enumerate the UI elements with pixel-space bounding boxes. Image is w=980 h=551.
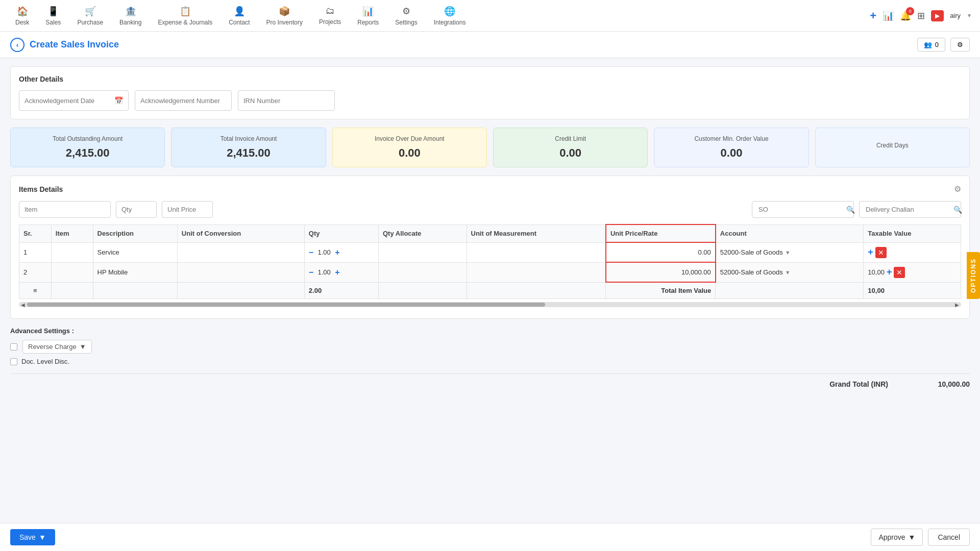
row-1-unit-measurement[interactable] [467, 242, 606, 262]
doc-level-disc-checkbox[interactable] [10, 358, 17, 365]
qty-input[interactable] [116, 201, 157, 218]
row-1-qty-plus[interactable]: + [335, 248, 339, 257]
nav-item-reports[interactable]: 📊 Reports [350, 3, 386, 29]
irn-number-input[interactable] [243, 97, 329, 105]
scroll-handle[interactable] [27, 303, 545, 307]
back-button[interactable]: ‹ [10, 38, 24, 52]
advanced-settings-title: Advanced Settings : [10, 327, 970, 335]
page-header: ‹ Create Sales Invoice 👥 0 ⚙ [0, 32, 980, 58]
nav-item-settings[interactable]: ⚙ Settings [388, 3, 424, 29]
scroll-arrow-right[interactable]: ▶ [953, 302, 961, 308]
users-count: 0 [935, 41, 939, 48]
items-section-header: Items Details ⚙ [19, 184, 961, 194]
calendar-icon[interactable]: 📅 [114, 96, 123, 105]
row-2-unit-price-rate[interactable]: 10,000.00 [606, 262, 716, 282]
col-header-account: Account [716, 224, 864, 242]
row-1-qty-allocate[interactable] [378, 242, 467, 262]
other-details-form: 📅 [19, 90, 961, 111]
row-1-unit-price-rate[interactable]: 0.00 [606, 242, 716, 262]
so-search-field[interactable]: 🔍 [752, 201, 854, 218]
add-button[interactable]: + [870, 9, 876, 22]
acknowledgement-number-field[interactable] [135, 90, 232, 111]
row-1-delete-button[interactable]: ✕ [875, 247, 887, 258]
row-2-qty-plus[interactable]: + [335, 268, 339, 277]
row-1-unit-conversion[interactable] [177, 242, 304, 262]
col-header-unit-measurement: Unit of Measurement [467, 224, 606, 242]
delivery-challan-search-icon[interactable]: 🔍 [953, 206, 962, 214]
purchase-icon: 🛒 [85, 6, 96, 17]
nav-item-expense[interactable]: 📋 Expense & Journals [151, 3, 219, 29]
row-2-unit-conversion[interactable] [177, 262, 304, 282]
row-1-item[interactable] [51, 242, 93, 262]
stat-card-invoice-overdue: Invoice Over Due Amount 0.00 [332, 128, 487, 167]
col-header-item: Item [51, 224, 93, 242]
row-1-taxable-value[interactable]: + ✕ [864, 242, 961, 262]
row-2-account-dropdown-icon[interactable]: ▼ [785, 269, 791, 276]
grid-icon-btn[interactable]: ⊞ [917, 10, 925, 21]
reverse-charge-dropdown[interactable]: Reverse Charge ▼ [22, 340, 92, 354]
acknowledgement-number-input[interactable] [140, 97, 226, 105]
options-tab[interactable]: OPTIONS [967, 252, 980, 299]
user-name[interactable]: airy [950, 12, 961, 19]
horizontal-scrollbar[interactable]: ◀ ▶ [19, 302, 961, 307]
nav-item-integrations[interactable]: 🌐 Integrations [427, 3, 473, 29]
nav-item-sales[interactable]: 📱 Sales [38, 3, 68, 29]
nav-item-banking[interactable]: 🏦 Banking [112, 3, 149, 29]
expense-icon: 📋 [180, 6, 191, 17]
row-1-qty-minus[interactable]: − [309, 248, 313, 257]
irn-number-field[interactable] [238, 90, 335, 111]
total-row-item [51, 282, 93, 299]
row-2-taxable-value-text: 10,00 [868, 268, 885, 276]
row-2-delete-button[interactable]: ✕ [894, 267, 905, 278]
table-body: 1 Service − 1.00 + 0 [19, 242, 961, 299]
delivery-challan-search-field[interactable]: 🔍 [859, 201, 961, 218]
settings-header-icon: ⚙ [957, 41, 963, 48]
stat-label-5: Credit Days [876, 142, 909, 149]
col-header-unit-conversion: Unit of Conversion [177, 224, 304, 242]
nav-label-reports: Reports [357, 19, 379, 26]
youtube-button[interactable]: ▶ [931, 10, 944, 21]
row-1-account[interactable]: 52000-Sale of Goods ▼ [716, 242, 864, 262]
row-2-unit-measurement[interactable] [467, 262, 606, 282]
so-search-icon[interactable]: 🔍 [846, 206, 855, 214]
row-2-taxable-value[interactable]: 10,00 + ✕ [864, 262, 961, 282]
notification-btn[interactable]: 🔔 0 [900, 10, 911, 21]
row-1-qty-value: 1.00 [316, 248, 332, 256]
page-header-right: 👥 0 ⚙ [917, 38, 970, 52]
items-settings-icon[interactable]: ⚙ [954, 184, 961, 194]
so-input[interactable] [756, 202, 846, 217]
total-row-unit-conv [177, 282, 304, 299]
col-header-sr: Sr. [19, 224, 52, 242]
row-1-account-dropdown-icon[interactable]: ▼ [785, 249, 791, 256]
delivery-challan-input[interactable] [864, 202, 953, 217]
settings-icon: ⚙ [402, 6, 410, 17]
advanced-settings-section: Advanced Settings : Reverse Charge ▼ Doc… [10, 327, 970, 365]
acknowledgement-date-input[interactable] [24, 97, 110, 105]
unit-price-input[interactable] [162, 201, 213, 218]
nav-item-purchase[interactable]: 🛒 Purchase [70, 3, 110, 29]
nav-item-projects[interactable]: 🗂 Projects [312, 3, 348, 29]
chart-icon-btn[interactable]: 📊 [883, 10, 894, 21]
nav-item-contact[interactable]: 👤 Contact [222, 3, 257, 29]
row-2-qty-minus[interactable]: − [309, 268, 313, 277]
nav-item-desk[interactable]: 🏠 Desk [8, 3, 36, 29]
user-dropdown-icon[interactable]: ▼ [967, 13, 972, 18]
row-1-add-button[interactable]: + [868, 247, 873, 258]
reverse-charge-checkbox[interactable] [10, 343, 17, 350]
row-2-item[interactable] [51, 262, 93, 282]
acknowledgement-date-field[interactable]: 📅 [19, 90, 129, 111]
users-button[interactable]: 👥 0 [917, 38, 945, 52]
item-search-input[interactable] [19, 201, 111, 218]
row-2-qty[interactable]: − 1.00 + [304, 262, 378, 282]
nav-item-pro-inventory[interactable]: 📦 Pro Inventory [259, 3, 310, 29]
nav-label-expense: Expense & Journals [158, 19, 212, 26]
settings-header-button[interactable]: ⚙ [950, 38, 970, 52]
scroll-arrow-left[interactable]: ◀ [19, 302, 27, 308]
users-icon: 👥 [924, 41, 932, 48]
row-2-qty-allocate[interactable] [378, 262, 467, 282]
stat-label-0: Total Outstanding Amount [53, 135, 122, 142]
row-1-qty[interactable]: − 1.00 + [304, 242, 378, 262]
row-2-account[interactable]: 52000-Sale of Goods ▼ [716, 262, 864, 282]
row-2-add-button[interactable]: + [887, 267, 892, 278]
desk-icon: 🏠 [17, 6, 28, 17]
